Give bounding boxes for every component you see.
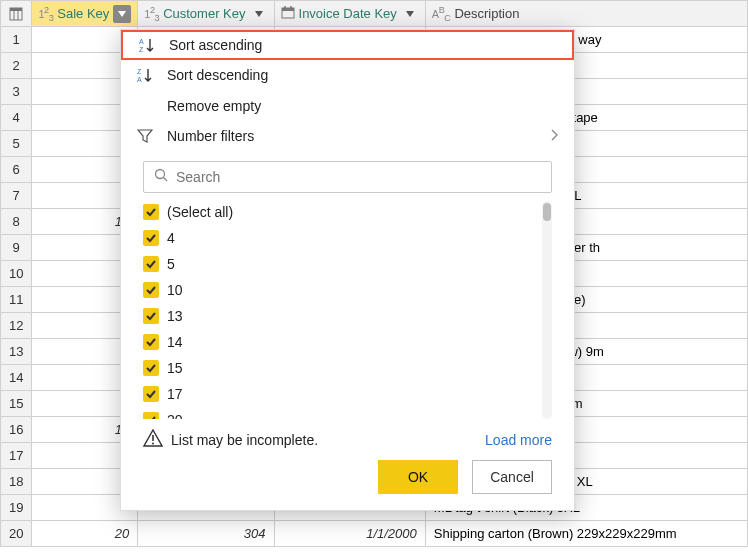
row-number: 2 — [1, 53, 32, 79]
row-number: 17 — [1, 443, 32, 469]
filter-value-item[interactable]: 17 — [143, 383, 536, 405]
filter-value-label: 10 — [167, 282, 183, 298]
checkbox-checked-icon — [143, 334, 159, 350]
filter-value-label: 13 — [167, 308, 183, 324]
filter-value-item[interactable]: 10 — [143, 279, 536, 301]
svg-point-15 — [152, 443, 154, 445]
svg-rect-5 — [282, 8, 294, 11]
filter-list-scrollbar[interactable] — [542, 201, 552, 419]
row-number: 14 — [1, 365, 32, 391]
column-header-description[interactable]: ABC Description — [425, 1, 747, 27]
checkbox-checked-icon — [143, 386, 159, 402]
remove-empty-item[interactable]: Remove empty — [121, 91, 574, 121]
row-number: 8 — [1, 209, 32, 235]
sort-ascending-label: Sort ascending — [169, 37, 262, 53]
checkbox-checked-icon — [143, 412, 159, 419]
table-row[interactable]: 20203041/1/2000Shipping carton (Brown) 2… — [1, 521, 748, 547]
row-number: 20 — [1, 521, 32, 547]
row-number: 15 — [1, 391, 32, 417]
filter-search-input[interactable] — [176, 169, 541, 185]
svg-text:A: A — [139, 38, 144, 45]
datatype-date-icon — [281, 6, 295, 21]
filter-value-item[interactable]: 14 — [143, 331, 536, 353]
number-filters-item[interactable]: Number filters — [121, 121, 574, 151]
filter-value-label: 17 — [167, 386, 183, 402]
row-number: 7 — [1, 183, 32, 209]
checkbox-checked-icon — [143, 204, 159, 220]
sort-ascending-item[interactable]: AZ Sort ascending — [121, 30, 574, 60]
chevron-right-icon — [550, 128, 558, 144]
filter-value-item[interactable]: 5 — [143, 253, 536, 275]
cell-invoice-date[interactable]: 1/1/2000 — [274, 521, 425, 547]
cell-description[interactable]: Shipping carton (Brown) 229x229x229mm — [425, 521, 747, 547]
datatype-number-icon: 123 — [38, 5, 53, 23]
row-number: 3 — [1, 79, 32, 105]
column-header-customer-key[interactable]: 123 Customer Key — [138, 1, 274, 27]
filter-search-box[interactable] — [143, 161, 552, 193]
remove-empty-label: Remove empty — [167, 98, 261, 114]
row-number: 9 — [1, 235, 32, 261]
row-number: 12 — [1, 313, 32, 339]
sort-descending-label: Sort descending — [167, 67, 268, 83]
column-header-sale-key[interactable]: 123 Sale Key — [32, 1, 138, 27]
checkbox-checked-icon — [143, 256, 159, 272]
filter-value-label: 4 — [167, 230, 175, 246]
datatype-text-icon: ABC — [432, 5, 451, 23]
number-filters-label: Number filters — [167, 128, 254, 144]
checkbox-checked-icon — [143, 308, 159, 324]
row-number: 5 — [1, 131, 32, 157]
svg-point-12 — [156, 170, 165, 179]
row-number: 13 — [1, 339, 32, 365]
row-number: 4 — [1, 105, 32, 131]
sort-desc-icon: ZA — [137, 67, 157, 83]
svg-rect-1 — [10, 8, 22, 11]
column-filter-panel: AZ Sort ascending ZA Sort descending Rem… — [120, 29, 575, 511]
funnel-icon — [137, 128, 157, 144]
sort-asc-icon: AZ — [139, 37, 159, 53]
filter-value-label: (Select all) — [167, 204, 233, 220]
filter-value-item[interactable]: 13 — [143, 305, 536, 327]
filter-dropdown-button[interactable] — [113, 5, 131, 23]
filter-value-label: 14 — [167, 334, 183, 350]
warning-icon — [143, 429, 163, 450]
row-number: 11 — [1, 287, 32, 313]
filter-value-label: 5 — [167, 256, 175, 272]
ok-button[interactable]: OK — [378, 460, 458, 494]
filter-value-item[interactable]: 20 — [143, 409, 536, 419]
sort-descending-item[interactable]: ZA Sort descending — [121, 60, 574, 90]
filter-value-item[interactable]: 15 — [143, 357, 536, 379]
checkbox-checked-icon — [143, 360, 159, 376]
row-number: 10 — [1, 261, 32, 287]
svg-text:A: A — [137, 76, 142, 83]
svg-text:Z: Z — [137, 68, 142, 75]
datatype-number-icon: 123 — [144, 5, 159, 23]
row-number: 19 — [1, 495, 32, 521]
cell-sale-key[interactable]: 20 — [32, 521, 138, 547]
filter-value-item[interactable]: (Select all) — [143, 201, 536, 223]
svg-text:Z: Z — [139, 46, 144, 53]
checkbox-checked-icon — [143, 282, 159, 298]
cancel-button[interactable]: Cancel — [472, 460, 552, 494]
select-all-corner[interactable] — [1, 1, 32, 27]
row-number: 6 — [1, 157, 32, 183]
row-number: 1 — [1, 27, 32, 53]
cell-customer-key[interactable]: 304 — [138, 521, 274, 547]
filter-dropdown-button[interactable] — [250, 5, 268, 23]
filter-value-label: 20 — [167, 412, 183, 419]
load-more-link[interactable]: Load more — [485, 432, 552, 448]
incomplete-list-message: List may be incomplete. — [171, 432, 318, 448]
filter-dropdown-button[interactable] — [401, 5, 419, 23]
checkbox-checked-icon — [143, 230, 159, 246]
column-header-invoice-date[interactable]: Invoice Date Key — [274, 1, 425, 27]
row-number: 16 — [1, 417, 32, 443]
svg-line-13 — [164, 178, 168, 182]
search-icon — [154, 168, 168, 186]
filter-value-item[interactable]: 4 — [143, 227, 536, 249]
filter-value-label: 15 — [167, 360, 183, 376]
row-number: 18 — [1, 469, 32, 495]
